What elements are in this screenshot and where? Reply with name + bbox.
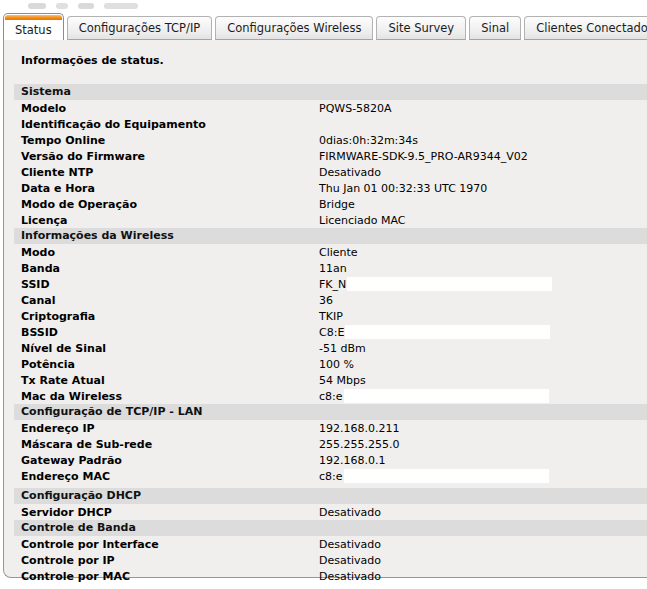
tab-configura-es-tcp-ip[interactable]: Configurações TCP/IP	[67, 16, 213, 40]
row-value-text: PQWS-5820A	[319, 101, 392, 116]
redaction-box	[344, 469, 549, 483]
row-value: TKIP	[319, 309, 343, 324]
table-row: Modo Cliente	[14, 244, 647, 260]
row-label: Máscara de Sub-rede	[21, 437, 319, 452]
tab-sinal[interactable]: Sinal	[469, 16, 521, 40]
row-value: 54 Mbps	[319, 373, 366, 388]
tab-clientes-conectados[interactable]: Clientes Conectados	[524, 16, 647, 40]
row-label: Nível de Sinal	[21, 341, 319, 356]
redaction-box	[347, 277, 552, 291]
section-rows: Servidor DHCP Desativado	[14, 504, 647, 520]
status-sections: Sistema Modelo PQWS-5820A Identificação …	[14, 84, 647, 584]
section-rows: Modo Cliente Banda 11an SSID FK_N Canal …	[14, 244, 647, 404]
row-label: Cliente NTP	[21, 165, 319, 180]
table-row: Banda 11an	[14, 260, 647, 276]
row-label: Gateway Padrão	[21, 453, 319, 468]
row-label: Controle por Interface	[21, 537, 319, 552]
row-value-text: c8:e	[319, 469, 343, 484]
table-row: Identificação do Equipamento	[14, 116, 647, 132]
tab-label: Site Survey	[388, 21, 454, 35]
table-row: Data e Hora Thu Jan 01 00:32:33 UTC 1970	[14, 180, 647, 196]
status-section: Controle de Banda Controle por Interface…	[14, 520, 647, 584]
section-rows: Modelo PQWS-5820A Identificação do Equip…	[14, 100, 647, 228]
row-value-text: 100 %	[319, 357, 354, 372]
row-value: Desativado	[319, 537, 381, 552]
row-label: Identificação do Equipamento	[21, 117, 319, 132]
row-value: 36	[319, 293, 333, 308]
tab-configura-es-wireless[interactable]: Configurações Wireless	[215, 16, 373, 40]
row-value: c8:e	[319, 469, 549, 484]
row-value: Desativado	[319, 553, 381, 568]
row-label: Tempo Online	[21, 133, 319, 148]
row-label: Banda	[21, 261, 319, 276]
table-row: Endereço MAC c8:e	[14, 468, 647, 484]
status-section: Sistema Modelo PQWS-5820A Identificação …	[14, 84, 647, 228]
row-label: Controle por IP	[21, 553, 319, 568]
row-value-text: 192.168.0.1	[319, 453, 385, 468]
row-label: Modo	[21, 245, 319, 260]
row-value: FK_N	[319, 277, 552, 292]
tab-bar: Status Configurações TCP/IP Configuraçõe…	[3, 13, 647, 40]
section-title: Configuração de TCP/IP - LAN	[21, 405, 202, 418]
tab-label: Configurações Wireless	[227, 21, 361, 35]
row-value-text: 0dias:0h:32m:34s	[319, 133, 418, 148]
row-value: -51 dBm	[319, 341, 366, 356]
tab-label: Status	[15, 23, 52, 37]
row-value: 192.168.0.1	[319, 453, 385, 468]
row-value-text: C8:E	[319, 325, 344, 340]
section-header-bar: Configuração DHCP	[14, 488, 647, 504]
row-label: Controle por MAC	[21, 569, 319, 584]
tab-label: Configurações TCP/IP	[79, 21, 201, 35]
row-value-text: 255.255.255.0	[319, 437, 399, 452]
row-label: Data e Hora	[21, 181, 319, 196]
row-value-text: Desativado	[319, 569, 381, 584]
row-value: Thu Jan 01 00:32:33 UTC 1970	[319, 181, 487, 196]
row-value-text: TKIP	[319, 309, 343, 324]
table-row: Criptografia TKIP	[14, 308, 647, 324]
row-label: Endereço MAC	[21, 469, 319, 484]
table-row: Tx Rate Atual 54 Mbps	[14, 372, 647, 388]
row-value: 255.255.255.0	[319, 437, 399, 452]
row-value: Bridge	[319, 197, 355, 212]
tab-site-survey[interactable]: Site Survey	[376, 16, 466, 40]
row-value-text: 192.168.0.211	[319, 421, 399, 436]
row-label: Mac da Wireless	[21, 389, 319, 404]
section-header-bar: Sistema	[14, 84, 647, 100]
row-value: PQWS-5820A	[319, 101, 392, 116]
tab-status[interactable]: Status	[3, 13, 64, 40]
row-value: 11an	[319, 261, 347, 276]
table-row: Cliente NTP Desativado	[14, 164, 647, 180]
section-title: Informações da Wireless	[21, 229, 174, 242]
section-title: Controle de Banda	[21, 521, 136, 534]
blur-blob	[104, 3, 138, 9]
status-panel: Informações de status. Sistema Modelo PQ…	[3, 40, 647, 578]
table-row: SSID FK_N	[14, 276, 647, 292]
row-label: Modo de Operação	[21, 197, 319, 212]
table-row: Servidor DHCP Desativado	[14, 504, 647, 520]
row-value-text: Desativado	[319, 537, 381, 552]
row-value-text: Thu Jan 01 00:32:33 UTC 1970	[319, 181, 487, 196]
page-title: Informações de status.	[21, 54, 647, 67]
row-value-text: Desativado	[319, 505, 381, 520]
row-value-text: 11an	[319, 261, 347, 276]
row-label: SSID	[21, 277, 319, 292]
row-label: BSSID	[21, 325, 319, 340]
tab-label: Clientes Conectados	[536, 21, 647, 35]
row-value-text: 36	[319, 293, 333, 308]
table-row: Controle por IP Desativado	[14, 552, 647, 568]
row-value-text: -51 dBm	[319, 341, 366, 356]
row-label: Licença	[21, 213, 319, 228]
row-value: 0dias:0h:32m:34s	[319, 133, 418, 148]
row-label: Canal	[21, 293, 319, 308]
section-rows: Controle por Interface Desativado Contro…	[14, 536, 647, 584]
row-value-text: Cliente	[319, 245, 358, 260]
table-row: Endereço IP 192.168.0.211	[14, 420, 647, 436]
row-value: C8:E	[319, 325, 550, 340]
table-row: Máscara de Sub-rede 255.255.255.0	[14, 436, 647, 452]
table-row: Mac da Wireless c8:e	[14, 388, 647, 404]
table-row: Licença Licenciado MAC	[14, 212, 647, 228]
blur-blob	[28, 3, 46, 9]
row-value-text: 54 Mbps	[319, 373, 366, 388]
blur-blob	[78, 3, 94, 9]
row-value: Desativado	[319, 165, 381, 180]
